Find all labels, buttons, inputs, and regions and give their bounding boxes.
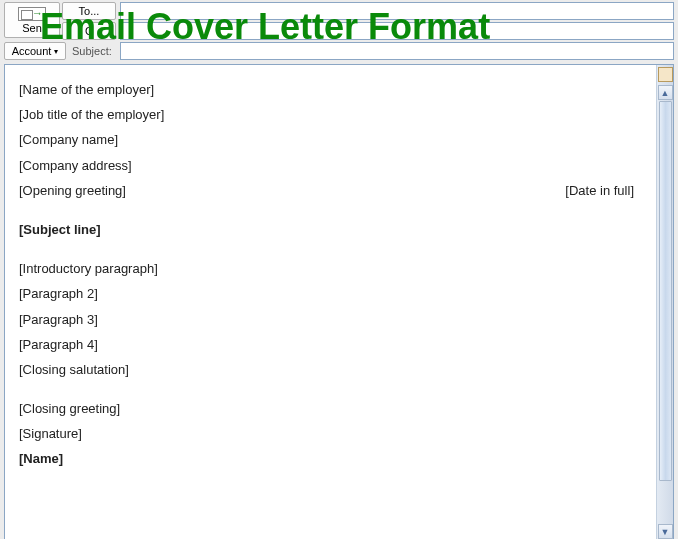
subject-label: Subject: xyxy=(70,45,116,57)
scroll-down-button[interactable]: ▼ xyxy=(658,524,673,539)
to-button[interactable]: To... xyxy=(62,2,116,20)
to-row: To... xyxy=(62,2,674,20)
line-company-name: [Company name] xyxy=(19,131,642,149)
to-input[interactable] xyxy=(120,2,674,20)
line-closing-salutation: [Closing salutation] xyxy=(19,361,642,379)
message-body-container: [Name of the employer] [Job title of the… xyxy=(4,64,674,539)
chevron-down-icon: ▾ xyxy=(54,47,58,56)
line-subject: [Subject line] xyxy=(19,221,642,239)
arrow-down-icon: ▼ xyxy=(661,527,670,537)
line-employer-name: [Name of the employer] xyxy=(19,81,642,99)
cc-row: C xyxy=(62,22,674,40)
envelope-send-icon xyxy=(18,7,46,21)
message-body[interactable]: [Name of the employer] [Job title of the… xyxy=(5,65,656,539)
line-closing-greeting: [Closing greeting] xyxy=(19,400,642,418)
line-date: [Date in full] xyxy=(565,182,634,200)
header-fields: To... C xyxy=(62,2,674,40)
line-name: [Name] xyxy=(19,450,642,468)
cc-button[interactable]: C xyxy=(62,22,116,40)
ruler-icon[interactable] xyxy=(658,67,673,82)
scroll-thumb[interactable] xyxy=(659,101,672,481)
line-p2: [Paragraph 2] xyxy=(19,285,642,303)
send-label: Sen xyxy=(22,22,42,34)
subject-input[interactable] xyxy=(120,42,674,60)
scroll-up-button[interactable]: ▲ xyxy=(658,85,673,100)
line-p4: [Paragraph 4] xyxy=(19,336,642,354)
line-job-title: [Job title of the employer] xyxy=(19,106,642,124)
line-opening-greeting: [Opening greeting] [Date in full] xyxy=(19,182,642,200)
line-signature: [Signature] xyxy=(19,425,642,443)
cc-input[interactable] xyxy=(120,22,674,40)
line-company-address: [Company address] xyxy=(19,157,642,175)
vertical-scrollbar: ▲ ▼ xyxy=(656,65,673,539)
arrow-up-icon: ▲ xyxy=(661,88,670,98)
line-intro: [Introductory paragraph] xyxy=(19,260,642,278)
compose-toolbar: Sen To... C xyxy=(0,0,678,42)
account-subject-row: Account ▾ Subject: xyxy=(0,42,678,62)
send-button[interactable]: Sen xyxy=(4,2,60,38)
account-button[interactable]: Account ▾ xyxy=(4,42,66,60)
line-p3: [Paragraph 3] xyxy=(19,311,642,329)
